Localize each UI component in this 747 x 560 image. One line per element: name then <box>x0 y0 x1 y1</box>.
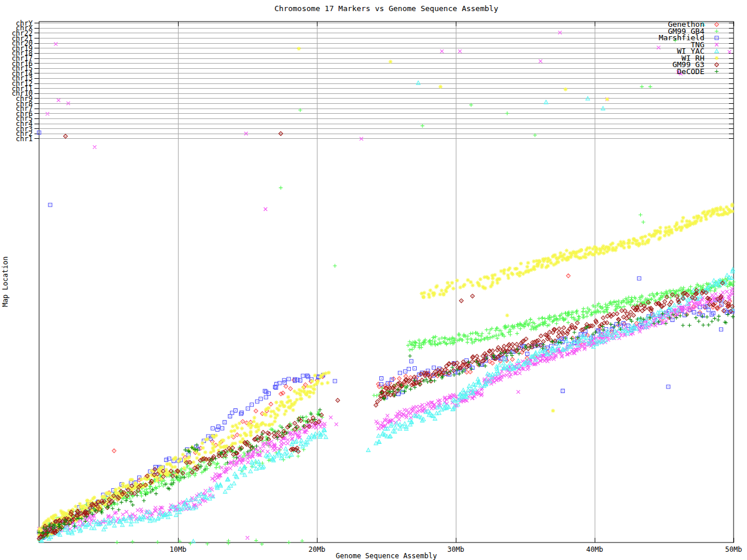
scatter-series-wi-rh <box>37 47 735 537</box>
scatter-series-layer <box>37 22 736 546</box>
legend-marker-plus <box>715 69 719 74</box>
chromosome-band-labels: chrYchrXchr22chr21chr20chr19chr18chr17ch… <box>12 19 33 143</box>
x-tick-label-50Mb: 50Mb <box>725 545 742 554</box>
chart-page: Chromosome 17 Markers vs Genome Sequence… <box>0 0 747 560</box>
axis-tick-marks <box>34 22 734 542</box>
band-label-chr1: chr1 <box>16 135 33 143</box>
scatter-chart: Chromosome 17 Markers vs Genome Sequence… <box>0 0 747 560</box>
legend-marker-asterisk <box>715 56 719 60</box>
x-tick-label-10Mb: 10Mb <box>170 545 187 554</box>
x-tick-label-30Mb: 30Mb <box>448 545 465 554</box>
legend-row-marshfield: Marshfield <box>659 33 718 42</box>
chart-title: Chromosome 17 Markers vs Genome Sequence… <box>274 4 498 13</box>
x-tick-label-20Mb: 20Mb <box>309 545 326 554</box>
x-axis-title: Genome Sequence Assembly <box>336 552 437 560</box>
plot-frame <box>39 22 734 542</box>
vertical-gridlines <box>178 22 595 542</box>
x-tick-label-40Mb: 40Mb <box>587 545 603 554</box>
chromosome-band-lines <box>39 23 734 139</box>
legend-marker-open-triangle-dot <box>715 49 719 52</box>
scatter-series-tng <box>37 31 734 540</box>
x-axis-tick-labels: 10Mb20Mb30Mb40Mb50Mb <box>170 545 742 554</box>
legend-row-decode: DeCODE <box>677 67 718 76</box>
legend-marker-plus <box>715 29 719 33</box>
scatter-series-wi-yac <box>39 22 735 543</box>
y-axis-title: Map Location <box>1 257 9 307</box>
legend-label: DeCODE <box>677 67 704 76</box>
scatter-series-gm99-gb4 <box>37 38 736 546</box>
legend-marker-open-square-dot <box>715 36 718 40</box>
